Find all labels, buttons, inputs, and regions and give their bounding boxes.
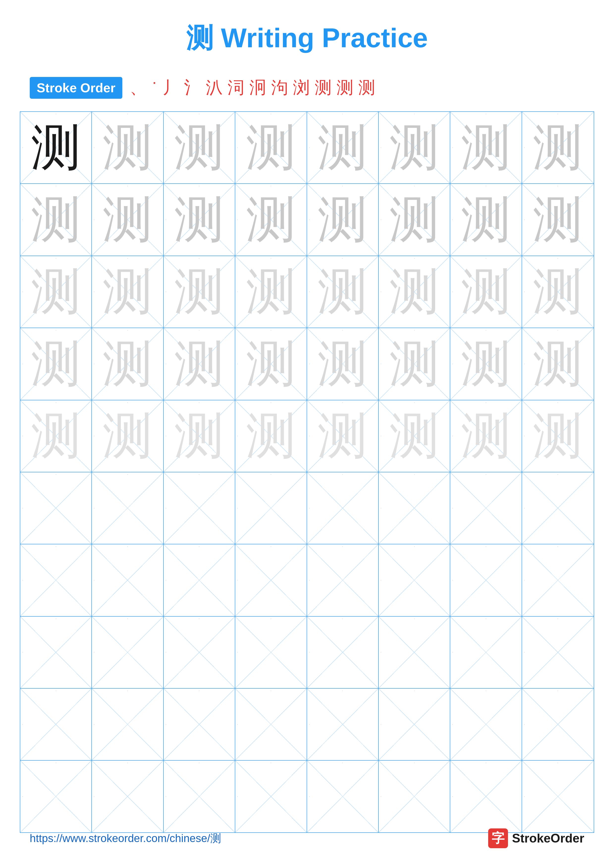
grid-cell[interactable]: 测	[379, 112, 450, 183]
grid-cell[interactable]: 测	[235, 400, 307, 472]
grid-cell[interactable]: 测	[307, 617, 379, 688]
grid-row[interactable]: 测测测测测测测测	[20, 617, 594, 688]
grid-cell[interactable]: 测	[307, 328, 379, 400]
grid-cell[interactable]: 测	[522, 256, 594, 328]
grid-cell[interactable]: 测	[522, 328, 594, 400]
grid-cell[interactable]: 测	[92, 544, 163, 616]
grid-cell[interactable]: 测	[92, 328, 163, 400]
grid-cell[interactable]: 测	[92, 472, 163, 544]
grid-cell[interactable]: 测	[235, 688, 307, 760]
footer: https://www.strokeorder.com/chinese/测 字 …	[0, 828, 614, 848]
grid-character: 测	[174, 555, 224, 605]
grid-cell[interactable]: 测	[20, 184, 92, 255]
grid-row[interactable]: 测测测测测测测测	[20, 256, 594, 328]
grid-cell[interactable]: 测	[450, 400, 522, 472]
grid-cell[interactable]: 测	[522, 112, 594, 183]
grid-cell[interactable]: 测	[522, 688, 594, 760]
grid-row[interactable]: 测测测测测测测测	[20, 761, 594, 832]
grid-cell[interactable]: 测	[522, 472, 594, 544]
grid-cell[interactable]: 测	[379, 184, 450, 255]
grid-character: 测	[103, 484, 152, 533]
grid-cell[interactable]: 测	[164, 761, 235, 832]
stroke-order-badge[interactable]: Stroke Order	[30, 77, 122, 99]
grid-row[interactable]: 测测测测测测测测	[20, 544, 594, 616]
grid-cell[interactable]: 测	[450, 112, 522, 183]
grid-cell[interactable]: 测	[379, 761, 450, 832]
grid-cell[interactable]: 测	[20, 617, 92, 688]
grid-row[interactable]: 测测测测测测测测	[20, 112, 594, 184]
grid-cell[interactable]: 测	[379, 328, 450, 400]
grid-cell[interactable]: 测	[20, 472, 92, 544]
grid-cell[interactable]: 测	[164, 112, 235, 183]
grid-cell[interactable]: 测	[522, 761, 594, 832]
grid-cell[interactable]: 测	[92, 184, 163, 255]
grid-cell[interactable]: 测	[379, 617, 450, 688]
grid-cell[interactable]: 测	[164, 472, 235, 544]
footer-url[interactable]: https://www.strokeorder.com/chinese/测	[30, 831, 221, 846]
grid-cell[interactable]: 测	[235, 328, 307, 400]
grid-cell[interactable]: 测	[235, 112, 307, 183]
grid-row[interactable]: 测测测测测测测测	[20, 328, 594, 400]
grid-cell[interactable]: 测	[235, 256, 307, 328]
grid-row[interactable]: 测测测测测测测测	[20, 400, 594, 472]
grid-cell[interactable]: 测	[307, 112, 379, 183]
grid-cell[interactable]: 测	[379, 256, 450, 328]
grid-cell[interactable]: 测	[379, 400, 450, 472]
grid-cell[interactable]: 测	[20, 400, 92, 472]
grid-cell[interactable]: 测	[164, 688, 235, 760]
grid-cell[interactable]: 测	[235, 617, 307, 688]
grid-cell[interactable]: 测	[20, 544, 92, 616]
grid-cell[interactable]: 测	[164, 544, 235, 616]
grid-cell[interactable]: 测	[20, 112, 92, 183]
grid-cell[interactable]: 测	[235, 472, 307, 544]
grid-cell[interactable]: 测	[92, 617, 163, 688]
grid-cell[interactable]: 测	[92, 761, 163, 832]
grid-cell[interactable]: 测	[522, 400, 594, 472]
grid-cell[interactable]: 测	[20, 688, 92, 760]
grid-cell[interactable]: 测	[20, 328, 92, 400]
grid-character: 测	[31, 195, 81, 245]
grid-cell[interactable]: 测	[450, 544, 522, 616]
grid-cell[interactable]: 测	[307, 761, 379, 832]
grid-cell[interactable]: 测	[522, 617, 594, 688]
grid-cell[interactable]: 测	[379, 688, 450, 760]
grid-cell[interactable]: 测	[164, 617, 235, 688]
grid-cell[interactable]: 测	[235, 184, 307, 255]
grid-cell[interactable]: 测	[164, 184, 235, 255]
grid-cell[interactable]: 测	[450, 184, 522, 255]
grid-cell[interactable]: 测	[164, 328, 235, 400]
grid-cell[interactable]: 测	[450, 688, 522, 760]
grid-row[interactable]: 测测测测测测测测	[20, 184, 594, 256]
grid-cell[interactable]: 测	[450, 256, 522, 328]
grid-cell[interactable]: 测	[307, 184, 379, 255]
grid-character: 测	[174, 628, 224, 677]
grid-cell[interactable]: 测	[307, 472, 379, 544]
grid-cell[interactable]: 测	[379, 472, 450, 544]
grid-cell[interactable]: 测	[92, 400, 163, 472]
grid-row[interactable]: 测测测测测测测测	[20, 688, 594, 761]
grid-character: 测	[533, 700, 583, 749]
grid-cell[interactable]: 测	[92, 688, 163, 760]
grid-cell[interactable]: 测	[522, 544, 594, 616]
grid-cell[interactable]: 测	[379, 544, 450, 616]
grid-cell[interactable]: 测	[164, 400, 235, 472]
grid-character: 测	[461, 339, 511, 389]
grid-cell[interactable]: 测	[522, 184, 594, 255]
grid-cell[interactable]: 测	[450, 472, 522, 544]
grid-cell[interactable]: 测	[450, 328, 522, 400]
grid-cell[interactable]: 测	[164, 256, 235, 328]
grid-cell[interactable]: 测	[20, 256, 92, 328]
grid-cell[interactable]: 测	[92, 256, 163, 328]
grid-cell[interactable]: 测	[450, 761, 522, 832]
grid-cell[interactable]: 测	[307, 400, 379, 472]
grid-row[interactable]: 测测测测测测测测	[20, 472, 594, 544]
grid-cell[interactable]: 测	[450, 617, 522, 688]
grid-character: 测	[31, 411, 81, 461]
grid-cell[interactable]: 测	[235, 544, 307, 616]
grid-cell[interactable]: 测	[235, 761, 307, 832]
grid-cell[interactable]: 测	[307, 544, 379, 616]
grid-cell[interactable]: 测	[20, 761, 92, 832]
grid-cell[interactable]: 测	[307, 688, 379, 760]
grid-cell[interactable]: 测	[307, 256, 379, 328]
grid-cell[interactable]: 测	[92, 112, 163, 183]
